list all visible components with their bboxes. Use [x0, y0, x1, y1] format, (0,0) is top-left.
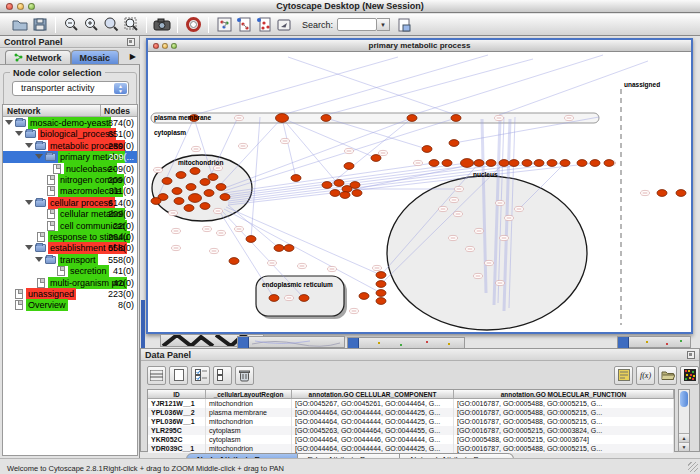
- zoom-button[interactable]: [28, 3, 35, 10]
- network-canvas[interactable]: plasma membrane cytoplasm mitochondrion …: [148, 53, 691, 332]
- network-node[interactable]: [486, 160, 496, 167]
- network-node[interactable]: [442, 160, 452, 167]
- network-node[interactable]: [461, 159, 474, 168]
- network-node[interactable]: [208, 174, 218, 181]
- network-node[interactable]: [299, 295, 309, 302]
- table-cell[interactable]: plasma membrane: [206, 408, 292, 417]
- network-node[interactable]: [577, 160, 587, 167]
- network-node[interactable]: [172, 188, 182, 195]
- network-node[interactable]: [204, 190, 214, 197]
- float-panel-icon[interactable]: [687, 351, 695, 359]
- color-attribute-select[interactable]: transporter activity ▲▼: [12, 81, 129, 96]
- delete-attribute-button[interactable]: [235, 366, 254, 385]
- table-cell[interactable]: [GO:0045263, GO:0044464, GO:0044455, G..…: [292, 426, 454, 435]
- network-node[interactable]: [676, 190, 686, 197]
- tree-row[interactable]: multi-organism pro42(0): [3, 277, 137, 289]
- filter-button[interactable]: [254, 16, 274, 34]
- network-node[interactable]: [509, 160, 519, 167]
- network-node[interactable]: [350, 182, 360, 189]
- tree-row[interactable]: response to stimulu264(0): [3, 231, 137, 243]
- expander-icon[interactable]: [25, 143, 33, 148]
- network-node[interactable]: [340, 192, 350, 199]
- column-header[interactable]: _cellularLayoutRegion: [206, 390, 292, 398]
- network-node[interactable]: [352, 190, 362, 197]
- tree-row[interactable]: macromolecule311(0): [3, 185, 137, 197]
- table-cell[interactable]: YPL036W__1: [148, 417, 206, 426]
- zoom-fit-button[interactable]: [121, 16, 141, 34]
- table-cell[interactable]: [GO:0016787, GO:0005488, GO:0005215, G..…: [454, 444, 674, 453]
- tree-item-label[interactable]: cellular process: [48, 197, 115, 209]
- zoom-out-button[interactable]: [61, 16, 81, 34]
- table-cell[interactable]: [GO:0016787, GO:0005488, GO:0005215, G..…: [454, 399, 674, 408]
- tree-item-label[interactable]: unassigned: [26, 288, 76, 300]
- table-cell[interactable]: YLR295C: [148, 426, 206, 435]
- network-panel-button[interactable]: [214, 16, 234, 34]
- scroll-down-icon[interactable]: ▼: [679, 442, 689, 451]
- tree-row[interactable]: Overview8(0): [3, 299, 137, 311]
- window-controls[interactable]: [6, 3, 35, 10]
- network-node[interactable]: [590, 160, 600, 167]
- minimize-button[interactable]: [17, 3, 24, 10]
- zoom-icon[interactable]: [171, 43, 177, 49]
- network-node[interactable]: [190, 168, 200, 175]
- network-node[interactable]: [451, 115, 461, 122]
- network-node[interactable]: [422, 146, 432, 153]
- tree-row[interactable]: secretion41(0): [3, 265, 137, 277]
- network-node[interactable]: [334, 180, 344, 187]
- minimize-icon[interactable]: [162, 43, 168, 49]
- attribute-table-body[interactable]: YJR121W__1mitochondrion[GO:0045267, GO:0…: [148, 399, 674, 453]
- zoom-in-button[interactable]: [81, 16, 101, 34]
- import-button[interactable]: [394, 16, 414, 34]
- attribute-table-header[interactable]: ID_cellularLayoutRegionannotation.GO CEL…: [148, 390, 674, 399]
- table-row[interactable]: YPL036W__1mitochondrion[GO:0044464, GO:0…: [148, 417, 674, 426]
- edge[interactable]: [282, 118, 339, 185]
- edge[interactable]: [282, 118, 296, 178]
- tree-item-label[interactable]: secretion: [68, 265, 109, 277]
- table-row[interactable]: YDR039C__1mitochondrion[GO:0044464, GO:0…: [148, 444, 674, 453]
- network-node[interactable]: [359, 293, 369, 300]
- tree-row[interactable]: metabolic process280(0): [3, 140, 137, 152]
- network-node[interactable]: [371, 155, 381, 162]
- tree-row[interactable]: nucleobase-209(0): [3, 163, 137, 175]
- expander-icon[interactable]: [35, 257, 43, 262]
- import-attributes-button[interactable]: [658, 366, 677, 385]
- close-icon[interactable]: [153, 43, 159, 49]
- annotation-button[interactable]: [274, 16, 294, 34]
- table-cell[interactable]: [GO:0005488, GO:0005215, GO:0003674]: [454, 435, 674, 444]
- table-cell[interactable]: [GO:0045267, GO:0045261, GO:0044464, G..…: [292, 399, 454, 408]
- edge[interactable]: [282, 118, 376, 158]
- column-header[interactable]: annotation.GO MOLECULAR_FUNCTION: [454, 390, 674, 398]
- table-cell[interactable]: [GO:0044464, GO:0044444, GO:0044425, G..…: [292, 408, 454, 417]
- edge[interactable]: [220, 118, 282, 185]
- network-view-window[interactable]: primary metabolic process plasma membran…: [146, 38, 693, 334]
- snapshot-button[interactable]: [152, 16, 172, 34]
- plasma-membrane-region[interactable]: [151, 113, 599, 123]
- tree-row[interactable]: cellular metabol209(0): [3, 208, 137, 220]
- table-cell[interactable]: cytoplasm: [206, 426, 292, 435]
- network-node[interactable]: [189, 194, 202, 203]
- tab-mosaic[interactable]: Mosaic: [71, 50, 120, 64]
- edge[interactable]: [282, 55, 488, 115]
- nucleus-region[interactable]: [387, 176, 587, 330]
- tree-item-label[interactable]: transport: [58, 254, 98, 266]
- tab-overflow-arrow[interactable]: ▶: [130, 50, 136, 64]
- network-node[interactable]: [276, 114, 289, 123]
- background-window[interactable]: [617, 336, 691, 348]
- network-window-titlebar[interactable]: primary metabolic process: [148, 40, 691, 52]
- network-node[interactable]: [274, 245, 284, 252]
- unselect-attributes-button[interactable]: [213, 366, 232, 385]
- column-header[interactable]: ID: [148, 390, 206, 398]
- network-node[interactable]: [604, 160, 614, 167]
- network-node[interactable]: [151, 198, 161, 205]
- table-cell[interactable]: YKR052C: [148, 435, 206, 444]
- network-node[interactable]: [186, 184, 196, 191]
- tree-row[interactable]: establishment of lo558(0): [3, 242, 137, 254]
- network-node[interactable]: [174, 198, 184, 205]
- network-node[interactable]: [284, 245, 294, 252]
- background-window-edge[interactable]: [141, 300, 145, 348]
- network-window-controls[interactable]: [153, 43, 177, 49]
- resize-grip[interactable]: [688, 462, 698, 472]
- edge[interactable]: [412, 55, 603, 115]
- tree-row[interactable]: transport558(0): [3, 254, 137, 266]
- formula-builder-button[interactable]: f(x): [636, 366, 655, 385]
